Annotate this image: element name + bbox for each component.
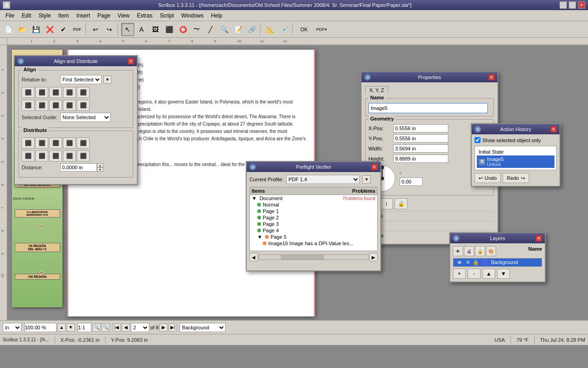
dist-right-btn[interactable]: ⬛ [49,138,62,149]
width-input[interactable] [393,144,448,153]
eyedropper-tool[interactable]: 💉 [277,23,290,36]
layer-row-background[interactable]: 👁 ✕ 🔒 Background [453,259,542,266]
dist-spread-btn[interactable]: ⬛ [63,138,76,149]
ok-button[interactable]: OK [296,23,312,36]
page-select[interactable]: 2 [131,323,149,332]
align-extra-btn[interactable]: ⬛ [77,87,90,98]
last-page-btn[interactable]: ▶| [169,323,177,332]
distance-down-btn[interactable]: ▼ [97,167,103,172]
ratio-input[interactable] [78,323,91,332]
dist-left-btn[interactable]: ⬛ [22,138,34,149]
preflight-scroll-left[interactable]: ◀ [249,253,258,261]
select-tool[interactable]: ↖ [121,23,134,36]
xpos-input[interactable] [393,124,448,132]
next-page-btn[interactable]: ▶ [159,323,168,332]
titlebar-left-controls[interactable]: 🖥 [3,1,10,9]
menu-insert[interactable]: Insert [73,12,94,20]
image5-item[interactable]: 🖼 Image5 Unlock [477,155,554,168]
pdf-button[interactable]: PDF▾ [313,23,330,36]
preflight-dropdown-btn[interactable]: ▼ [362,175,371,184]
add-layer-btn[interactable]: + [453,269,466,279]
measure-tool[interactable]: 📐 [264,23,277,36]
preflight-button[interactable]: ✔ [57,23,70,36]
bezier-tool[interactable]: 〜 [190,23,203,36]
align-dialog-close[interactable]: ✕ [128,58,134,64]
align-top-btn[interactable]: ⬛ [22,100,34,111]
save-button[interactable]: 💾 [29,23,42,36]
menu-file[interactable]: File [2,12,18,20]
align-center-v-btn[interactable]: ⬛ [35,100,48,111]
rotation-input[interactable] [400,178,423,186]
lock-btn[interactable]: 🔒 [395,198,407,209]
zoom-input[interactable] [24,323,57,332]
redo-button[interactable]: ↪ [103,23,116,36]
prev-page-btn[interactable]: ◀ [122,323,130,332]
redo-action-btn[interactable]: Redo ↪ [503,173,529,183]
preflight-close[interactable]: ✕ [371,164,378,170]
line-tool[interactable]: ╱ [204,23,217,36]
ypos-input[interactable] [393,134,448,143]
layer-print-btn[interactable]: 🖨 [464,246,474,256]
align-spread-v-btn[interactable]: ⬛ [63,100,76,111]
relative-to-select[interactable]: First Selected [60,75,102,84]
tab-xyz[interactable]: X, Y, Z [365,86,388,94]
text-tool[interactable]: A [135,23,148,36]
dist-vextra-btn[interactable]: ⬛ [77,150,90,161]
shape-tool[interactable]: ⭕ [176,23,189,36]
flip-v-btn[interactable]: ↕ [380,198,393,209]
zoom-down-btn[interactable]: ▼ [67,323,75,332]
distance-up-btn[interactable]: ▲ [97,163,103,167]
ratio-zoom2-btn[interactable]: 🔍 [102,323,110,332]
dist-vspread-btn[interactable]: ⬛ [63,150,76,161]
menu-style[interactable]: Style [35,12,55,20]
align-right-btn[interactable]: ⬛ [49,87,62,98]
menu-windows[interactable]: Windows [178,12,208,20]
zoom-up-btn[interactable]: ▲ [57,323,66,332]
relative-to-dropdown-btn[interactable]: ▼ [103,75,112,84]
layers-close[interactable]: ✕ [536,235,542,242]
layer-lock-btn[interactable]: 🔒 [475,246,485,256]
image-section-link[interactable]: Image [365,211,494,221]
move-layer-up-btn[interactable]: ▲ [482,269,495,279]
titlebar-right-controls[interactable]: _ □ ✕ [560,1,585,9]
preflight-scroll-right[interactable]: ▶ [369,253,378,261]
initial-state-item[interactable]: Initial State [477,148,554,155]
align-extra2-btn[interactable]: ⬛ [77,100,90,111]
close-doc-button[interactable]: ❌ [43,23,56,36]
align-center-h-btn[interactable]: ⬛ [35,87,48,98]
rect-tool[interactable]: ⬛ [163,23,175,36]
open-button[interactable]: 📂 [16,23,28,36]
props-dialog-close[interactable]: ✕ [488,74,495,80]
show-selected-checkbox[interactable] [475,137,481,143]
line-section-link[interactable]: Line [365,221,494,230]
first-page-btn[interactable]: |◀ [113,323,121,332]
menu-page[interactable]: Page [94,12,114,20]
dist-top-btn[interactable]: ⬛ [22,150,34,161]
menu-script[interactable]: Script [156,12,178,20]
link-tool[interactable]: 🔗 [245,23,258,36]
dist-center-btn[interactable]: ⬛ [35,138,48,149]
align-bottom-btn[interactable]: ⬛ [49,100,62,111]
menu-view[interactable]: View [114,12,133,20]
distance-input[interactable] [60,163,97,172]
menu-extras[interactable]: Extras [133,12,156,20]
maximize-button[interactable]: □ [569,1,576,9]
unit-select[interactable]: in mm pt [3,323,22,332]
dist-extra-btn[interactable]: ⬛ [77,138,90,149]
undo-action-btn[interactable]: ↩ Undo [475,173,501,183]
action-close[interactable]: ✕ [550,126,557,132]
zoom-tool[interactable]: 🔍 [218,23,231,36]
minimize-button[interactable]: _ [560,1,567,9]
undo-button[interactable]: ↩ [89,23,102,36]
dist-vcenter-btn[interactable]: ⬛ [35,150,48,161]
layer-select[interactable]: Background [180,323,226,332]
name-input[interactable] [368,103,488,113]
image-tool[interactable]: 🖼 [149,23,162,36]
preflight-scrollbar[interactable] [259,254,368,260]
align-left-btn[interactable]: ⬛ [22,87,34,98]
selected-guide-select[interactable]: None Selected [60,113,111,122]
edit-content-tool[interactable]: 📝 [232,23,244,36]
move-layer-down-btn[interactable]: ▼ [497,269,510,279]
close-button[interactable]: ✕ [578,1,585,9]
new-button[interactable]: 📄 [2,23,15,36]
